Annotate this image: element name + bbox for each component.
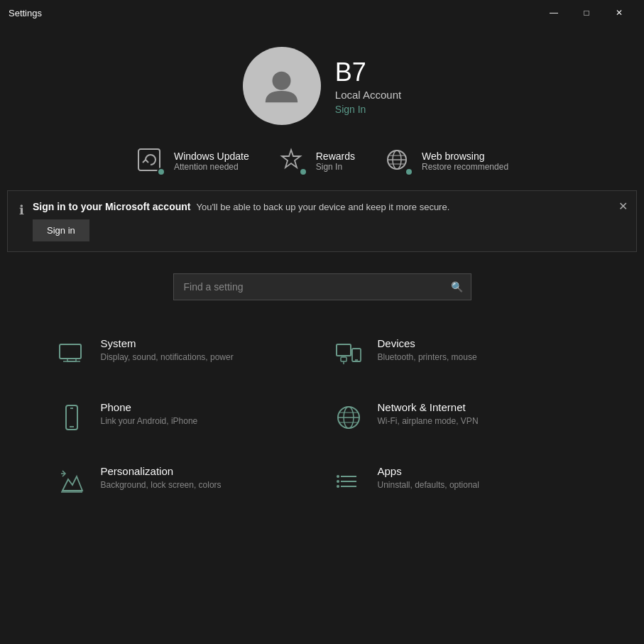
banner-close-button[interactable]: ✕: [618, 200, 628, 213]
window-controls: — □ ✕: [537, 2, 635, 23]
svg-rect-16: [66, 405, 77, 430]
svg-point-30: [337, 480, 339, 483]
quick-links: Windows Update Attention needed Rewards …: [0, 139, 644, 190]
rewards-status-dot: [299, 168, 307, 176]
network-icon: [332, 401, 365, 434]
web-browsing-status-dot: [405, 168, 413, 176]
settings-item-personalization[interactable]: Personalization Background, lock screen,…: [45, 449, 322, 513]
settings-item-devices[interactable]: Devices Bluetooth, printers, mouse: [322, 322, 599, 386]
system-icon: [55, 337, 88, 370]
web-browsing-subtitle: Restore recommended: [422, 162, 508, 172]
microsoft-account-banner: ℹ Sign in to your Microsoft account You'…: [7, 190, 637, 252]
apps-icon: [332, 465, 365, 498]
windows-update-title: Windows Update: [174, 151, 249, 162]
devices-icon: [332, 337, 365, 370]
windows-update-status-dot: [157, 168, 165, 176]
apps-title: Apps: [378, 465, 479, 477]
personalization-subtitle: Background, lock screen, colors: [101, 480, 222, 490]
close-button[interactable]: ✕: [603, 2, 635, 23]
avatar-icon: [258, 63, 305, 109]
apps-subtitle: Uninstall, defaults, optional: [378, 480, 479, 490]
settings-item-phone[interactable]: Phone Link your Android, iPhone: [45, 386, 322, 449]
windows-update-icon-wrap: [136, 146, 165, 176]
banner-text-row: Sign in to your Microsoft account You'll…: [33, 201, 449, 212]
svg-rect-8: [60, 344, 81, 359]
info-icon: ℹ: [19, 202, 24, 218]
profile-name: B7: [335, 58, 401, 87]
svg-rect-14: [341, 357, 346, 361]
profile-signin-link[interactable]: Sign In: [335, 104, 401, 115]
settings-item-system[interactable]: System Display, sound, notifications, po…: [45, 322, 322, 386]
svg-point-31: [337, 485, 339, 488]
phone-title: Phone: [101, 401, 198, 413]
svg-point-29: [337, 475, 339, 478]
web-browsing-title: Web browsing: [422, 151, 508, 162]
network-subtitle: Wi-Fi, airplane mode, VPN: [378, 416, 479, 426]
personalization-icon: [55, 465, 88, 498]
devices-title: Devices: [378, 337, 477, 349]
profile-section: B7 Local Account Sign In: [0, 26, 644, 139]
search-box: 🔍: [173, 273, 471, 300]
web-browsing-icon-wrap: [383, 146, 413, 176]
svg-point-0: [273, 71, 291, 89]
rewards-title: Rewards: [316, 151, 355, 162]
settings-item-network[interactable]: Network & Internet Wi-Fi, airplane mode,…: [322, 386, 599, 449]
profile-type: Local Account: [335, 89, 401, 101]
system-subtitle: Display, sound, notifications, power: [101, 352, 234, 362]
minimize-button[interactable]: —: [537, 2, 570, 23]
phone-subtitle: Link your Android, iPhone: [101, 416, 198, 426]
settings-item-apps[interactable]: Apps Uninstall, defaults, optional: [322, 449, 599, 513]
svg-rect-1: [138, 149, 160, 170]
svg-rect-11: [337, 344, 351, 356]
phone-icon: [55, 401, 88, 434]
banner-signin-button[interactable]: Sign in: [33, 219, 89, 241]
quick-link-rewards[interactable]: Rewards Sign In: [278, 146, 355, 176]
search-input[interactable]: [173, 273, 471, 300]
rewards-icon-wrap: [278, 146, 307, 176]
windows-update-subtitle: Attention needed: [174, 162, 249, 172]
settings-grid: System Display, sound, notifications, po…: [3, 315, 642, 520]
personalization-title: Personalization: [101, 465, 222, 477]
maximize-button[interactable]: □: [570, 2, 603, 23]
devices-subtitle: Bluetooth, printers, mouse: [378, 352, 477, 362]
banner-content: Sign in to your Microsoft account You'll…: [33, 201, 449, 241]
search-section: 🔍: [0, 252, 644, 315]
quick-link-web-browsing[interactable]: Web browsing Restore recommended: [383, 146, 508, 176]
svg-marker-2: [282, 150, 300, 168]
app-title: Settings: [9, 8, 42, 18]
avatar: [243, 47, 321, 125]
system-title: System: [101, 337, 234, 349]
banner-desc-text: You'll be able to back up your device an…: [196, 202, 449, 212]
quick-link-windows-update[interactable]: Windows Update Attention needed: [136, 146, 249, 176]
profile-info: B7 Local Account Sign In: [335, 58, 401, 115]
rewards-subtitle: Sign In: [316, 162, 355, 172]
banner-bold-text: Sign in to your Microsoft account: [33, 201, 190, 212]
network-title: Network & Internet: [378, 401, 479, 413]
title-bar: Settings — □ ✕: [0, 0, 644, 26]
